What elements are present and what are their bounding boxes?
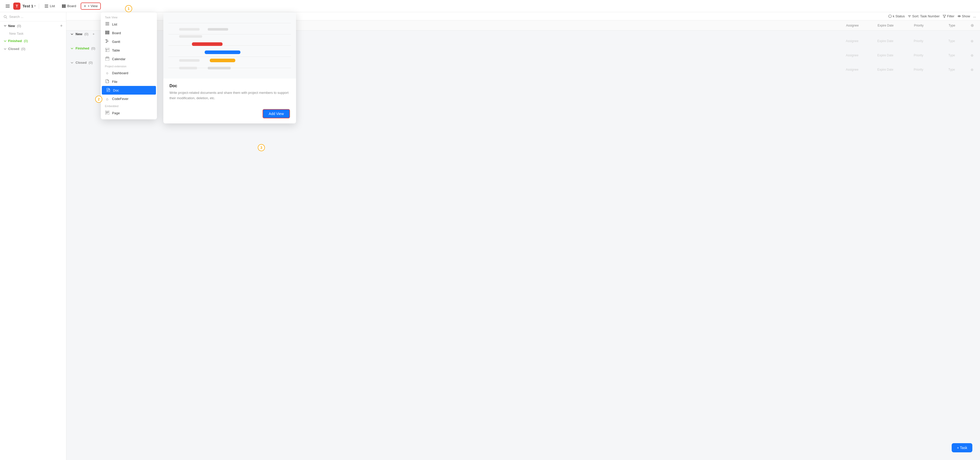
menu-item-dashboard-label: Dashboard	[112, 71, 128, 75]
col-priority: Priority	[902, 23, 935, 28]
menu-item-file-label: File	[112, 80, 118, 84]
dashboard-icon: ○	[105, 71, 110, 75]
menu-item-codefever-label: CodeFever	[112, 97, 128, 101]
gantt-label-3	[179, 59, 200, 62]
svg-rect-19	[105, 25, 109, 25]
sidebar: Search ... New (0) + New Task Finished (…	[0, 12, 66, 460]
svg-rect-20	[105, 30, 107, 35]
svg-rect-17	[105, 22, 109, 23]
svg-point-11	[889, 15, 891, 17]
step-2-circle: 2	[95, 96, 102, 103]
codefever-icon: ⌂	[105, 97, 110, 101]
page-icon	[105, 111, 110, 115]
new-task-row[interactable]: New Task	[0, 30, 66, 37]
embedded-label: Embedded	[101, 103, 157, 109]
svg-rect-26	[105, 48, 109, 52]
project-name[interactable]: Test 1 ▾	[22, 4, 36, 8]
menu-item-codefever[interactable]: ⌂ CodeFever	[101, 95, 157, 103]
group-new-header[interactable]: New (0) +	[0, 21, 66, 30]
svg-rect-7	[63, 4, 64, 8]
add-task-fab[interactable]: + Task	[952, 443, 972, 452]
svg-rect-5	[45, 7, 48, 8]
svg-rect-25	[106, 42, 107, 43]
preview-image	[163, 12, 296, 79]
preview-description: Write project-related documents and shar…	[169, 90, 290, 101]
board-view-button[interactable]: Board	[59, 3, 79, 9]
add-view-button-nav[interactable]: + + View	[81, 3, 101, 10]
group-finished-header[interactable]: Finished (0)	[0, 37, 66, 45]
gantt-bar-yellow	[210, 59, 235, 62]
preview-panel: Doc Write project-related documents and …	[163, 12, 296, 124]
table-icon	[105, 48, 110, 52]
menu-item-gantt[interactable]: Gantt	[101, 37, 157, 46]
nav-divider	[39, 3, 39, 9]
svg-rect-29	[105, 57, 109, 60]
menu-item-table[interactable]: Table	[101, 46, 157, 55]
step-3-circle: 3	[258, 144, 265, 151]
col-expire: Expire Date	[869, 23, 902, 28]
preview-title: Doc	[169, 84, 290, 88]
menu-item-table-label: Table	[112, 48, 120, 52]
gantt-bar-red	[192, 42, 223, 46]
menu-item-list-label: List	[112, 22, 117, 26]
svg-marker-15	[943, 15, 946, 17]
svg-line-10	[6, 17, 7, 18]
svg-rect-24	[106, 41, 108, 41]
svg-rect-1	[6, 6, 10, 6]
svg-rect-23	[105, 40, 107, 40]
top-nav: T Test 1 ▾ List Board + + View	[0, 0, 980, 12]
svg-rect-3	[45, 5, 48, 5]
svg-rect-8	[65, 4, 65, 8]
preview-footer: Add View	[163, 105, 296, 124]
nav-toggle-button[interactable]	[4, 3, 11, 10]
col-add[interactable]: ⊕	[969, 22, 976, 29]
gantt-chart-preview	[170, 19, 290, 72]
project-logo: T	[13, 3, 21, 10]
search-placeholder: Search ...	[9, 15, 24, 19]
list-view-button[interactable]: List	[42, 3, 57, 9]
menu-item-calendar-label: Calendar	[112, 57, 126, 61]
file-icon	[105, 79, 110, 84]
gantt-label-4	[179, 67, 197, 69]
svg-rect-4	[45, 6, 48, 6]
list-icon	[105, 22, 110, 27]
menu-item-calendar[interactable]: Calendar	[101, 55, 157, 63]
svg-rect-18	[105, 24, 109, 24]
gantt-icon	[105, 39, 110, 44]
gantt-sublabel-1	[208, 28, 228, 30]
gantt-bar-blue	[205, 51, 240, 54]
menu-item-dashboard[interactable]: ○ Dashboard	[101, 69, 157, 77]
project-ext-label: Project extension	[101, 63, 157, 69]
menu-item-board[interactable]: Board	[101, 29, 157, 37]
menu-item-list[interactable]: List	[101, 20, 157, 29]
show-button[interactable]: Show	[958, 14, 970, 18]
svg-rect-0	[6, 5, 10, 5]
svg-rect-2	[6, 7, 10, 8]
calendar-icon	[105, 57, 110, 61]
menu-item-file[interactable]: File	[101, 77, 157, 86]
sort-button[interactable]: Sort: Task Number	[908, 14, 939, 18]
menu-item-board-label: Board	[112, 31, 121, 35]
board-icon	[105, 30, 110, 35]
svg-point-16	[959, 16, 959, 17]
svg-rect-6	[62, 4, 63, 8]
search-bar[interactable]: Search ...	[0, 12, 66, 21]
task-view-label: Task View	[101, 14, 157, 20]
group-closed-header[interactable]: Closed (0)	[0, 45, 66, 53]
add-view-button[interactable]: Add View	[262, 109, 290, 118]
preview-text: Doc Write project-related documents and …	[163, 79, 296, 105]
menu-item-gantt-label: Gantt	[112, 40, 120, 44]
gantt-sublabel-4	[208, 67, 231, 69]
menu-item-page[interactable]: Page	[101, 109, 157, 117]
filter-button[interactable]: Filter	[943, 14, 955, 18]
task-status-button[interactable]: k Status	[888, 14, 905, 18]
menu-item-page-label: Page	[112, 111, 120, 115]
svg-rect-22	[108, 30, 109, 35]
menu-item-doc[interactable]: Doc	[102, 86, 156, 95]
view-dropdown: Task View List Board Gantt Table Calenda…	[101, 12, 157, 119]
svg-rect-21	[107, 30, 108, 35]
gantt-label-2	[179, 35, 202, 38]
gantt-label-1	[179, 28, 200, 30]
doc-icon	[106, 88, 110, 92]
more-button[interactable]: ...	[973, 14, 976, 18]
